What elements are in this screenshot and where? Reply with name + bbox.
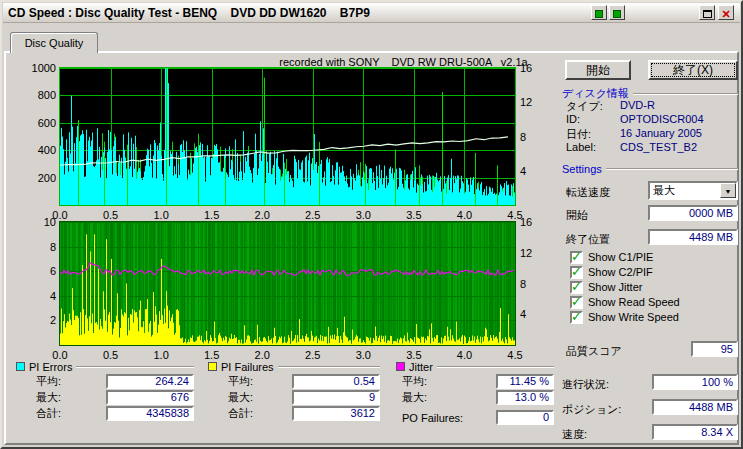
axis-tick-label: 3.5 — [398, 209, 430, 221]
maximize-button[interactable] — [699, 5, 715, 20]
position-value: 4488 MB — [652, 399, 738, 415]
close-button[interactable]: ✕ — [718, 5, 734, 20]
settings-header: Settings — [562, 163, 738, 175]
checkbox-show-c2-pif[interactable]: ✓ Show C2/PIF — [570, 265, 653, 279]
check-icon: ✓ — [571, 279, 582, 294]
jitter-color-swatch — [396, 362, 405, 371]
axis-tick-label: 4 — [520, 308, 544, 320]
tab-label: Disc Quality — [25, 37, 84, 49]
axis-tick-label: 3.0 — [347, 209, 379, 221]
stat-row: 平均:264.24 — [36, 374, 194, 389]
axis-tick-label: 200 — [22, 172, 56, 184]
axis-tick-label: 8 — [520, 278, 544, 290]
stat-label: 最大: — [36, 390, 61, 405]
check-icon: ✓ — [571, 294, 582, 309]
axis-tick-label: 12 — [520, 247, 544, 259]
checkbox-label: Show C1/PIE — [588, 251, 653, 263]
axis-tick-label: 10 — [22, 216, 56, 228]
transfer-speed-select[interactable]: 最大 ▼ — [648, 181, 738, 200]
axis-tick-label: 4 — [520, 165, 544, 177]
end-position-value: 4489 MB — [648, 229, 738, 245]
divider — [278, 366, 380, 368]
axis-tick-label: 800 — [22, 89, 56, 101]
stat-value: 4345838 — [106, 406, 194, 421]
stat-value: 0.54 — [292, 374, 380, 389]
check-icon: ✓ — [571, 264, 582, 279]
disc-type-value: DVD-R — [620, 99, 655, 111]
window-title: CD Speed : Disc Quality Test - BENQ DVD … — [8, 6, 370, 20]
axis-tick-label: 600 — [22, 117, 56, 129]
checkbox-label: Show Read Speed — [588, 296, 680, 308]
checkbox-icon: ✓ — [570, 311, 583, 324]
axis-tick-label: 2.0 — [246, 209, 278, 221]
transfer-speed-value: 最大 — [653, 184, 675, 197]
pi-errors-canvas — [60, 68, 515, 205]
stat-row: PO Failures:0 — [402, 410, 554, 425]
axis-tick-label: 2 — [22, 314, 56, 326]
disc-label-value: CDS_TEST_B2 — [620, 141, 697, 153]
stat-label: 合計: — [36, 406, 61, 421]
titlebar-app-button-2[interactable] — [609, 5, 625, 20]
pi-errors-chart — [59, 67, 516, 206]
divider — [606, 168, 738, 170]
stat-value: 0 — [496, 410, 554, 425]
divider — [437, 366, 554, 368]
disc-label-label: Label: — [566, 141, 596, 153]
axis-tick-label: 1000 — [22, 62, 56, 74]
divider — [76, 366, 194, 368]
position-label: ポジション: — [562, 402, 621, 417]
stat-value: 13.0 % — [496, 390, 554, 405]
checkbox-label: Show Jitter — [588, 281, 642, 293]
quality-score-label: 品質スコア — [566, 344, 622, 359]
exit-button[interactable]: 終了(X) — [648, 60, 738, 80]
pi-errors-color-swatch — [16, 362, 25, 371]
axis-tick-label: 8 — [22, 241, 56, 253]
pi-failures-chart — [59, 221, 516, 346]
axis-tick-label: 6 — [22, 265, 56, 277]
stat-row: 合計:4345838 — [36, 406, 194, 421]
progress-label: 進行状況: — [562, 377, 609, 392]
stat-label: 平均: — [228, 374, 253, 389]
checkbox-show-jitter[interactable]: ✓ Show Jitter — [570, 280, 642, 294]
combo-dropdown-button[interactable]: ▼ — [720, 183, 736, 198]
green-app-icon-2 — [613, 10, 621, 18]
chevron-down-icon: ▼ — [725, 188, 732, 195]
disc-id-value: OPTODISCR004 — [620, 113, 704, 125]
maximize-icon — [703, 10, 712, 18]
axis-tick-label: 16 — [520, 62, 544, 74]
stat-row: 最大:13.0 % — [402, 390, 554, 405]
start-position-label: 開始 — [566, 208, 588, 223]
transfer-speed-label: 転送速度 — [566, 185, 610, 200]
stat-row: 平均:11.45 % — [402, 374, 554, 389]
axis-tick-label: 8 — [520, 131, 544, 143]
titlebar[interactable]: CD Speed : Disc Quality Test - BENQ DVD … — [3, 3, 740, 23]
stat-value: 676 — [106, 390, 194, 405]
start-button[interactable]: 開始 — [565, 60, 631, 80]
stat-value: 3612 — [292, 406, 380, 421]
checkbox-show-c1-pie[interactable]: ✓ Show C1/PIE — [570, 250, 653, 264]
titlebar-app-button-1[interactable] — [591, 5, 607, 20]
stat-row: 合計:3612 — [228, 406, 380, 421]
stat-value: 9 — [292, 390, 380, 405]
checkbox-icon: ✓ — [570, 251, 583, 264]
stat-label: 最大: — [402, 390, 427, 405]
check-icon: ✓ — [571, 249, 582, 264]
checkbox-show-write-speed[interactable]: ✓ Show Write Speed — [570, 310, 679, 324]
progress-value: 100 % — [652, 374, 738, 390]
stat-group-header: Jitter — [390, 360, 554, 373]
tab-disc-quality[interactable]: Disc Quality — [10, 32, 98, 53]
check-icon: ✓ — [571, 309, 582, 324]
disc-date-value: 16 January 2005 — [620, 127, 702, 139]
stat-label: 平均: — [402, 374, 427, 389]
stat-group-title: Jitter — [409, 361, 433, 373]
axis-tick-label: 16 — [520, 216, 544, 228]
checkbox-show-read-speed[interactable]: ✓ Show Read Speed — [570, 295, 680, 309]
quality-score-value: 95 — [691, 341, 738, 357]
end-position-label: 終了位置 — [566, 232, 610, 247]
close-icon: ✕ — [721, 8, 730, 20]
speed-value: 8.34 X — [652, 424, 738, 440]
disc-type-label: タイプ: — [566, 99, 603, 114]
start-position-value: 0000 MB — [648, 205, 738, 221]
checkbox-label: Show Write Speed — [588, 311, 679, 323]
axis-tick-label: 0.5 — [95, 209, 127, 221]
